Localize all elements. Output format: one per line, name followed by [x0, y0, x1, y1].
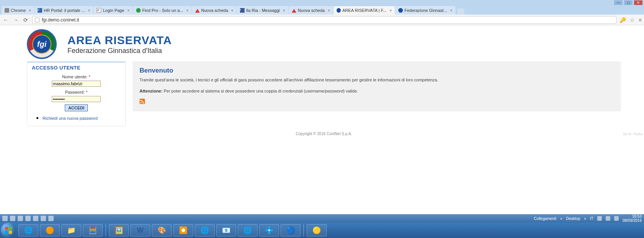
tab-label: HR Portal: il portale ... — [44, 8, 85, 13]
task-app5[interactable]: 🔵 — [281, 224, 301, 236]
username-label: Nome utente: * — [62, 74, 90, 79]
welcome-heading: Benvenuto — [140, 67, 614, 74]
site-header: AREA RISERVATA Federazione Ginnastica d'… — [27, 29, 621, 61]
login-title: ACCESSO UTENTE — [32, 65, 121, 71]
taskbar: 🌐 🟠 📁 🧮 🖼️ W 🎨 ⏺️ 🌐 📧 🌐 💠 🔵 🟡 — [0, 223, 644, 238]
tab-area-riservata[interactable]: AREA RISERVATA | F... × — [334, 6, 395, 15]
password-input[interactable] — [52, 96, 101, 102]
theme-watermark: by Dr. Radut — [623, 132, 642, 136]
tab-hr-portal[interactable]: Z HR Portal: il portale ... × — [34, 6, 93, 15]
task-paint[interactable]: 🎨 — [152, 224, 172, 236]
menu-icon[interactable]: ≡ — [639, 17, 642, 23]
tray-icon[interactable] — [2, 216, 8, 221]
page-icon — [5, 8, 9, 13]
rss-icon[interactable] — [140, 99, 145, 104]
favicon-fgi — [337, 8, 341, 13]
close-tab-icon[interactable]: × — [231, 8, 233, 13]
task-ie2[interactable]: 🌐 — [238, 224, 258, 236]
addr-icons: 🔑 ☆ ≡ — [619, 17, 642, 23]
task-ie[interactable]: 🌐 — [18, 224, 38, 236]
tab-label: Federazione Ginnast... — [404, 8, 447, 13]
bookmark-star-icon[interactable]: ☆ — [630, 17, 635, 23]
close-tab-icon[interactable]: × — [186, 8, 189, 13]
new-tab-button[interactable] — [457, 8, 464, 15]
tab-federazione[interactable]: Federazione Ginnast... × — [395, 6, 455, 15]
tray-volume-icon[interactable] — [614, 216, 619, 221]
tab-nuova-scheda-1[interactable]: Nuova scheda × — [192, 6, 237, 15]
tab-strip: Chrome × Z HR Portal: il portale ... × A… — [0, 5, 644, 15]
tab-login-page[interactable]: A Login Page × — [94, 6, 133, 15]
forgot-password-link[interactable]: Richiedi una nuova password — [43, 116, 98, 121]
task-app3[interactable]: 🌐 — [195, 224, 215, 236]
task-explorer[interactable]: 📁 — [61, 224, 81, 236]
tray-links-label[interactable]: Collegamenti — [534, 217, 556, 221]
tab-ila-ria[interactable]: f Ila Ria - Messaggi × — [237, 6, 288, 15]
tab-find-pro[interactable]: Find Pro - Solo un a... × — [133, 6, 192, 15]
tray-network-icon[interactable] — [606, 216, 610, 221]
task-app4[interactable]: 💠 — [259, 224, 279, 236]
copyright: Copyright © 2016 ConiNet S.p.A. — [27, 132, 621, 136]
svg-rect-3 — [9, 231, 12, 234]
favicon-z: Z — [38, 8, 42, 13]
tray-icon[interactable] — [25, 216, 31, 221]
tab-label: Chrome — [11, 8, 26, 13]
tray-flag-icon[interactable] — [597, 216, 602, 221]
welcome-warning: Attenzione: Per poter accedere al sistem… — [140, 89, 614, 93]
task-calc[interactable]: 🧮 — [83, 224, 103, 236]
close-tab-icon[interactable]: × — [88, 8, 90, 13]
tray-icon[interactable] — [10, 216, 15, 221]
address-bar: ← → ⟳ fgi.demo.coninet.it 🔑 ☆ ≡ — [0, 15, 644, 25]
close-tab-icon[interactable]: × — [389, 8, 392, 13]
tray-lang[interactable]: IT — [590, 217, 593, 221]
tray-icon[interactable] — [48, 216, 54, 221]
close-tab-icon[interactable]: × — [283, 8, 285, 13]
close-window-button[interactable]: ✕ — [634, 0, 642, 5]
tray-clock[interactable]: 16:53 08/09/2016 — [623, 214, 642, 223]
task-app2[interactable]: ⏺️ — [173, 224, 193, 236]
task-app1[interactable]: 🖼️ — [109, 224, 129, 236]
tab-label: AREA RISERVATA | F... — [342, 8, 386, 13]
reload-button[interactable]: ⟳ — [22, 17, 29, 23]
tab-label: Find Pro - Solo un a... — [142, 8, 183, 13]
maximize-button[interactable]: ▢ — [624, 0, 632, 5]
quick-launch-bar: Collegamenti » Desktop » IT 16:53 08/09/… — [0, 214, 644, 223]
url-input[interactable]: fgi.demo.coninet.it — [32, 16, 616, 24]
tray-desktop-label[interactable]: Desktop — [566, 217, 580, 221]
favicon-y — [195, 8, 200, 13]
task-media[interactable]: 🟠 — [40, 224, 60, 236]
page-subtitle: Federazione Ginnastica d'Italia — [67, 47, 172, 55]
main-panel: Benvenuto Tramite quest'area le società,… — [133, 61, 621, 111]
close-tab-icon[interactable]: × — [328, 8, 330, 13]
favicon-fb: f — [240, 8, 245, 13]
task-outlook[interactable]: 📧 — [216, 224, 236, 236]
page-body: AREA RISERVATA Federazione Ginnastica d'… — [0, 25, 644, 214]
svg-rect-0 — [5, 227, 8, 230]
tray-icon[interactable] — [33, 216, 38, 221]
back-button[interactable]: ← — [2, 17, 9, 23]
url-text: fgi.demo.coninet.it — [42, 17, 79, 23]
favicon-green — [136, 8, 141, 13]
page-icon — [35, 18, 39, 22]
svg-rect-2 — [5, 231, 8, 234]
window-controls: — ▢ ✕ — [0, 0, 644, 5]
tray-icon[interactable] — [18, 216, 23, 221]
favicon-a: A — [97, 8, 101, 13]
tab-nuova-scheda-2[interactable]: Nuova scheda × — [289, 6, 333, 15]
start-button[interactable] — [1, 223, 16, 238]
password-label: Password: * — [65, 90, 88, 94]
tab-chrome[interactable]: Chrome × — [2, 6, 34, 15]
forward-button[interactable]: → — [12, 17, 19, 23]
tab-label: Ila Ria - Messaggi — [246, 8, 280, 13]
close-tab-icon[interactable]: × — [127, 8, 130, 13]
submit-button[interactable]: ACCEDI — [65, 104, 88, 111]
svg-rect-1 — [9, 227, 12, 230]
close-tab-icon[interactable]: × — [29, 8, 31, 13]
close-tab-icon[interactable]: × — [450, 8, 452, 13]
saved-password-icon[interactable]: 🔑 — [619, 17, 626, 23]
task-chrome[interactable]: 🟡 — [307, 224, 327, 236]
minimize-button[interactable]: — — [614, 0, 623, 5]
tab-label: Nuova scheda — [201, 8, 228, 13]
task-word[interactable]: W — [130, 224, 150, 236]
tray-icon[interactable] — [41, 216, 46, 221]
username-input[interactable] — [52, 81, 101, 87]
